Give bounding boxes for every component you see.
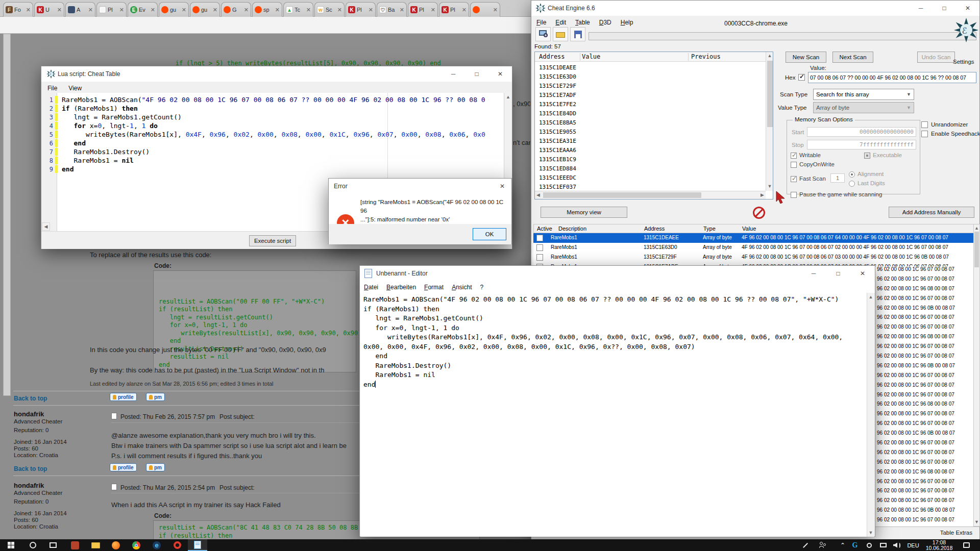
ce-title-bar[interactable]: ℰ Cheat Engine 6.6 ─ □ ✕	[531, 1, 979, 16]
tab-close-icon[interactable]: ✕	[213, 7, 217, 13]
settings-link[interactable]: Settings	[953, 59, 974, 65]
error-title-bar[interactable]: Error ✕	[329, 179, 511, 194]
browser-tab[interactable]: G ✕	[221, 2, 251, 17]
tab-close-icon[interactable]: ✕	[369, 7, 373, 13]
tab-close-icon[interactable]: ✕	[182, 7, 186, 13]
tab-close-icon[interactable]: ✕	[57, 7, 62, 13]
scroll-right-icon[interactable]: ▶	[761, 192, 764, 197]
browser-tab[interactable]: K Pl ✕	[346, 2, 376, 17]
browser-tab[interactable]: Pl ✕	[96, 2, 127, 17]
scroll-up-icon[interactable]: ▲	[974, 226, 979, 231]
select-process-button[interactable]	[535, 27, 551, 41]
tab-close-icon[interactable]: ✕	[88, 7, 93, 13]
tab-close-icon[interactable]: ✕	[462, 7, 467, 13]
column-header-value[interactable]: Value	[582, 53, 600, 60]
pm-button[interactable]: pm	[146, 393, 165, 401]
post-author[interactable]: hondafrik	[14, 410, 44, 418]
new-scan-button[interactable]: New Scan	[786, 52, 826, 63]
task-view-button[interactable]	[44, 539, 62, 551]
taskbar-explorer[interactable]	[86, 539, 105, 551]
close-icon[interactable]: ✕	[850, 266, 875, 281]
scroll-left-icon[interactable]: ◀	[536, 192, 540, 197]
taskbar-app-1[interactable]	[65, 539, 85, 551]
add-address-manually-button[interactable]: Add Address Manually	[889, 207, 974, 218]
scan-result-row[interactable]: 1315C1E7FE2	[535, 99, 765, 109]
browser-tab[interactable]: F Fo ✕	[3, 2, 33, 17]
notepad-text-area[interactable]: RareMobs1 = AOBScan("4F 96 02 00 08 00 1…	[360, 293, 868, 537]
minimize-icon[interactable]: ─	[442, 66, 465, 82]
taskbar-opera[interactable]	[167, 539, 187, 551]
open-file-button[interactable]	[553, 27, 568, 41]
taskbar-chrome[interactable]	[127, 539, 146, 551]
back-to-top-link[interactable]: Back to top	[14, 395, 47, 402]
browser-tab[interactable]: E Ev ✕	[128, 2, 158, 17]
close-icon[interactable]: ✕	[488, 66, 512, 82]
minimize-icon[interactable]: ─	[909, 1, 933, 16]
tray-volume-icon[interactable]	[890, 539, 903, 551]
post-author[interactable]: hondafrik	[14, 482, 44, 489]
browser-tab[interactable]: sp ✕	[252, 2, 282, 17]
scroll-up-icon[interactable]: ▲	[867, 294, 874, 299]
action-center-button[interactable]	[959, 539, 974, 551]
scan-pointer-icon[interactable]	[774, 190, 787, 204]
tab-close-icon[interactable]: ✕	[119, 7, 124, 13]
notepad-title-bar[interactable]: Unbenannt - Editor ─ □ ✕	[360, 266, 875, 281]
browser-tab[interactable]: ▲ Tc ✕	[283, 2, 313, 17]
scan-result-row[interactable]: 1315C1E9055	[535, 127, 765, 136]
scan-results-list[interactable]: Address Value Previous 1315C1DEAEE 1315C…	[534, 52, 773, 199]
alignment-radio[interactable]	[849, 171, 855, 178]
scroll-down-icon[interactable]: ▼	[766, 184, 773, 189]
enable-speedhack-checkbox[interactable]	[921, 131, 928, 137]
taskbar-editor-active[interactable]	[188, 539, 207, 551]
notepad-menu-item[interactable]: Datei	[364, 284, 378, 291]
tray-network-icon[interactable]	[876, 539, 890, 551]
scan-result-row[interactable]: 1315C1E63D0	[535, 72, 765, 81]
scan-result-row[interactable]: 1315C1E84DD	[535, 109, 765, 118]
tab-close-icon[interactable]: ✕	[151, 7, 155, 13]
memory-view-button[interactable]: Memory view	[541, 207, 627, 218]
table-extras-button[interactable]: Table Extras	[940, 530, 972, 536]
browser-tab[interactable]: gu ✕	[159, 2, 189, 17]
scroll-down-icon[interactable]: ▼	[867, 530, 874, 535]
tray-expand-chevron[interactable]: ⌃	[837, 539, 848, 551]
next-scan-button[interactable]: Next Scan	[832, 52, 873, 63]
save-file-button[interactable]	[570, 27, 585, 41]
tab-close-icon[interactable]: ✕	[400, 7, 404, 13]
tab-close-icon[interactable]: ✕	[26, 7, 31, 13]
column-header-active[interactable]: Active	[537, 226, 552, 232]
notepad-scrollbar[interactable]: ▲ ▼	[867, 293, 874, 537]
scroll-up-icon[interactable]: ▲	[766, 53, 773, 58]
maximize-icon[interactable]: □	[933, 1, 956, 16]
browser-tab[interactable]: gu ✕	[190, 2, 220, 17]
column-header-address[interactable]: Address	[644, 226, 665, 232]
scan-result-row[interactable]: 1315C1DEAEE	[535, 63, 765, 72]
tab-close-icon[interactable]: ✕	[244, 7, 249, 13]
scan-value-input[interactable]: 07 00 08 06 07 ?? 00 00 00 4F 96 02 00 0…	[808, 72, 976, 83]
copyonwrite-checkbox[interactable]	[791, 162, 797, 168]
tray-camera-icon[interactable]	[863, 539, 876, 551]
execute-script-button[interactable]: Execute script	[249, 235, 296, 246]
lua-menu-file[interactable]: File	[47, 85, 57, 92]
hex-checkbox[interactable]	[798, 74, 805, 81]
profile-button[interactable]: profile	[110, 393, 137, 401]
scan-result-row[interactable]: 1315C1EB1C9	[535, 155, 765, 164]
cheat-table-row[interactable]: RareMobs1 1315C1E63D0 Array of byte 4F 9…	[533, 243, 974, 253]
notepad-menu-item[interactable]: Bearbeiten	[386, 284, 416, 291]
tray-people-icon[interactable]	[817, 539, 830, 551]
fast-scan-checkbox[interactable]	[791, 176, 797, 182]
tray-logitech-icon[interactable]: G	[848, 539, 862, 551]
browser-tab[interactable]: K Pl ✕	[408, 2, 438, 17]
scan-type-dropdown[interactable]: Search for this array ▼	[813, 89, 914, 100]
close-icon[interactable]: ✕	[493, 179, 511, 194]
column-header-address[interactable]: Address	[539, 53, 565, 60]
row-active-checkbox[interactable]	[536, 235, 543, 241]
scan-result-row[interactable]: 1315C1EEEDC	[535, 173, 765, 182]
scroll-left-icon[interactable]: ◀	[42, 222, 50, 231]
row-active-checkbox[interactable]	[536, 254, 543, 261]
taskbar-ie[interactable]: e	[147, 539, 166, 551]
tab-close-icon[interactable]: ✕	[337, 7, 342, 13]
scan-result-row[interactable]: 1315C1E729F	[535, 81, 765, 90]
browser-tab[interactable]: K Pl ✕	[439, 2, 469, 17]
close-icon[interactable]: ✕	[956, 1, 979, 16]
cheat-table-row[interactable]: RareMobs1 1315C1E729F Array of byte 4F 9…	[533, 253, 974, 262]
